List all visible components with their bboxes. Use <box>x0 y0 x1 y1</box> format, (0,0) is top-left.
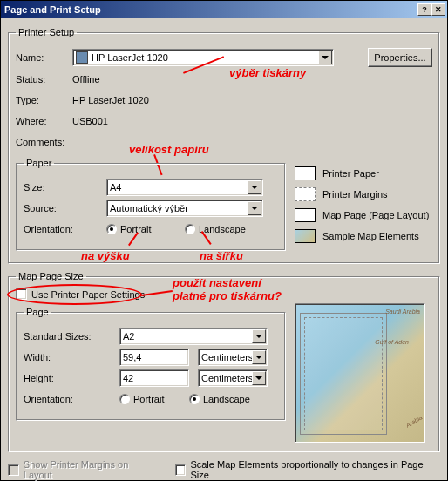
map-page-size-legend: Map Page Size <box>16 271 86 281</box>
legend-panel: Printer Paper Printer Margins Map Page (… <box>295 154 432 248</box>
radio-icon <box>189 394 200 404</box>
radio-icon <box>106 224 117 234</box>
paper-portrait-radio[interactable]: Portrait <box>106 224 185 234</box>
height-label: Height: <box>24 373 119 383</box>
legend-map-page: Map Page (Page Layout) <box>322 210 429 220</box>
source-label: Source: <box>24 203 106 213</box>
help-icon[interactable]: ? <box>417 3 431 16</box>
paper-group: Paper Size: A4 Source: Automatický výběr <box>16 158 286 251</box>
paper-source-value: Automatický výběr <box>110 203 188 213</box>
printer-setup-legend: Printer Setup <box>16 27 77 37</box>
width-units-dropdown[interactable]: Centimeters <box>198 349 268 366</box>
legend-printer-paper: Printer Paper <box>322 168 379 179</box>
printer-margins-swatch <box>295 187 316 201</box>
printer-name-dropdown[interactable]: HP LaserJet 1020 <box>72 49 334 66</box>
chevron-down-icon <box>248 180 261 194</box>
comments-label: Comments: <box>16 137 72 147</box>
std-sizes-label: Standard Sizes: <box>24 331 119 342</box>
window-title: Page and Print Setup <box>3 4 417 15</box>
where-label: Where: <box>16 116 72 126</box>
paper-size-dropdown[interactable]: A4 <box>106 179 263 196</box>
map-preview: Saudi Arabia Gulf of Aden Arabia <box>295 303 425 443</box>
checkbox-icon <box>8 464 19 476</box>
map-page-size-group: Map Page Size Use Printer Paper Settings… <box>8 271 440 452</box>
printer-paper-swatch <box>295 166 316 180</box>
titlebar: Page and Print Setup ? ✕ <box>1 1 447 18</box>
std-sizes-dropdown[interactable]: A2 <box>119 328 268 345</box>
height-units-value: Centimeters <box>201 373 253 383</box>
use-printer-settings-checkbox[interactable]: Use Printer Paper Settings <box>16 288 432 300</box>
width-input[interactable]: 59,4 <box>119 349 189 366</box>
printer-setup-group: Printer Setup Name: HP LaserJet 1020 Pro… <box>8 27 440 264</box>
size-label: Size: <box>24 182 106 193</box>
paper-landscape-radio[interactable]: Landscape <box>185 224 246 234</box>
legend-printer-margins: Printer Margins <box>322 189 388 200</box>
page-orientation-label: Orientation: <box>24 394 119 404</box>
type-value: HP LaserJet 1020 <box>72 95 149 105</box>
page-group: Page Standard Sizes: A2 Width: 59,4 <box>16 307 286 421</box>
paper-legend: Paper <box>24 158 54 168</box>
printer-name-value: HP LaserJet 1020 <box>92 52 168 63</box>
radio-icon <box>119 394 130 404</box>
scale-elements-label: Scale Map Elements proportionally to cha… <box>190 459 440 480</box>
paper-source-dropdown[interactable]: Automatický výběr <box>106 200 263 217</box>
page-legend: Page <box>24 307 51 317</box>
page-portrait-label: Portrait <box>133 394 164 404</box>
printer-icon <box>76 51 88 64</box>
paper-landscape-label: Landscape <box>199 224 246 234</box>
paper-size-value: A4 <box>110 182 121 193</box>
width-label: Width: <box>24 352 119 362</box>
status-value: Offline <box>72 74 100 85</box>
type-label: Type: <box>16 95 72 105</box>
annotation-portrait: na výšku <box>81 249 130 262</box>
properties-button[interactable]: Properties... <box>368 48 432 67</box>
chevron-down-icon <box>252 371 266 385</box>
map-label-arabia: Arabia <box>404 414 423 428</box>
chevron-down-icon <box>252 329 266 343</box>
use-printer-settings-label: Use Printer Paper Settings <box>31 289 145 300</box>
show-margins-checkbox[interactable]: Show Printer Margins on Layout <box>8 459 158 480</box>
radio-icon <box>185 224 195 234</box>
map-page-swatch <box>295 208 316 222</box>
chevron-down-icon <box>318 51 332 64</box>
scale-elements-checkbox[interactable]: Scale Map Elements proportionally to cha… <box>175 459 440 480</box>
sample-elements-swatch <box>295 229 316 243</box>
close-icon[interactable]: ✕ <box>431 3 445 16</box>
page-landscape-radio[interactable]: Landscape <box>189 394 250 404</box>
page-landscape-label: Landscape <box>203 394 250 404</box>
paper-portrait-label: Portrait <box>120 224 151 234</box>
status-label: Status: <box>16 74 72 85</box>
where-value: USB001 <box>72 116 108 126</box>
height-units-dropdown[interactable]: Centimeters <box>198 369 268 387</box>
std-sizes-value: A2 <box>123 331 134 342</box>
paper-orientation-label: Orientation: <box>24 224 106 234</box>
map-label-gulf: Gulf of Aden <box>375 339 409 345</box>
map-label-saudi: Saudi Arabia <box>385 308 420 315</box>
legend-sample-elements: Sample Map Elements <box>322 231 419 241</box>
chevron-down-icon <box>248 201 261 215</box>
page-portrait-radio[interactable]: Portrait <box>119 394 189 404</box>
name-label: Name: <box>16 52 72 63</box>
checkbox-icon <box>175 464 187 476</box>
annotation-use-printer-1: použít nastavení <box>173 276 261 289</box>
height-input[interactable]: 42 <box>119 369 189 387</box>
dialog-window: Page and Print Setup ? ✕ Printer Setup N… <box>0 0 448 481</box>
width-units-value: Centimeters <box>201 352 253 362</box>
chevron-down-icon <box>252 350 266 364</box>
annotation-landscape: na šířku <box>200 249 243 262</box>
show-margins-label: Show Printer Margins on Layout <box>24 459 158 480</box>
checkbox-icon <box>16 288 27 300</box>
